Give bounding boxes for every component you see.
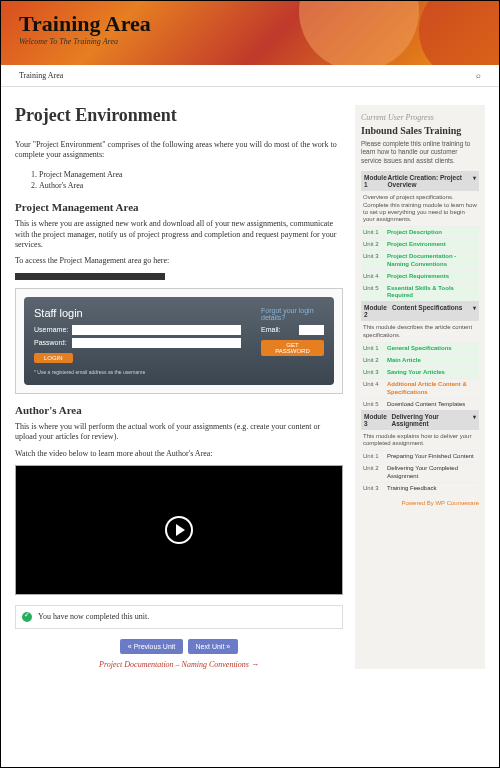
prev-unit-button[interactable]: « Previous Unit xyxy=(120,639,183,654)
module-header[interactable]: Module 3Delivering Your Assignment xyxy=(361,410,479,430)
module-header[interactable]: Module 2Content Specifications xyxy=(361,301,479,321)
unit-row[interactable]: Unit 3Saving Your Articles xyxy=(361,366,479,378)
video-player[interactable] xyxy=(15,465,343,595)
areas-list: Project Management Area Author's Area xyxy=(39,169,343,191)
main-content: Project Environment Your "Project Enviro… xyxy=(15,105,343,669)
module-desc: Overview of project specifications. Comp… xyxy=(361,191,479,226)
sidebar: Current User Progress Inbound Sales Trai… xyxy=(355,105,485,669)
unit-row[interactable]: Unit 2Project Environment xyxy=(361,238,479,250)
search-icon[interactable]: ⌕ xyxy=(476,71,481,80)
recover-button[interactable]: GET PASSWORD xyxy=(261,340,324,356)
redacted-url xyxy=(15,273,165,280)
unit-row[interactable]: Unit 1Preparing Your Finished Content xyxy=(361,450,479,462)
list-item: Author's Area xyxy=(39,180,343,191)
password-label: Password: xyxy=(34,339,72,346)
course-desc: Please complete this online training to … xyxy=(361,140,479,165)
aa-watch: Watch the video below to learn more abou… xyxy=(15,449,343,459)
site-title: Training Area xyxy=(19,11,481,37)
login-title: Staff login xyxy=(34,307,241,319)
aa-text: This is where you will perform the actua… xyxy=(15,422,343,443)
nav-bar: Training Area ⌕ xyxy=(1,65,499,87)
unit-row[interactable]: Unit 2Delivering Your Completed Assignme… xyxy=(361,462,479,481)
unit-row[interactable]: Unit 5Download Content Templates xyxy=(361,398,479,410)
next-unit-button[interactable]: Next Unit » xyxy=(188,639,239,654)
powered-by: Powered By WP Courseware xyxy=(361,500,479,506)
powered-brand[interactable]: WP Courseware xyxy=(435,500,479,506)
email-input[interactable] xyxy=(299,325,324,335)
module-header[interactable]: Module 1Article Creation: Project Overvi… xyxy=(361,171,479,191)
login-button[interactable]: LOGIN xyxy=(34,353,73,363)
pma-heading: Project Management Area xyxy=(15,201,343,213)
completion-text: You have now completed this unit. xyxy=(38,612,149,621)
pma-text: This is where you are assigned new work … xyxy=(15,219,343,250)
module-desc: This module describes the article conten… xyxy=(361,321,479,341)
unit-row[interactable]: Unit 3Training Feedback xyxy=(361,482,479,494)
module-desc: This module explains how to deliver your… xyxy=(361,430,479,450)
unit-row[interactable]: Unit 2Main Article xyxy=(361,354,479,366)
unit-row[interactable]: Unit 1General Specifications xyxy=(361,342,479,354)
unit-row[interactable]: Unit 4Project Requirements xyxy=(361,270,479,282)
unit-row[interactable]: Unit 1Project Description xyxy=(361,226,479,238)
unit-row[interactable]: Unit 4Additional Article Content & Speci… xyxy=(361,378,479,397)
staff-login-widget: Staff login Username: Password: LOGIN * … xyxy=(15,288,343,394)
pma-access: To access the Project Management area go… xyxy=(15,256,343,266)
email-label: Email: xyxy=(261,326,299,333)
unit-row[interactable]: Unit 5Essential Skills & Tools Required xyxy=(361,282,479,301)
site-header: Training Area Welcome To The Training Ar… xyxy=(1,1,499,65)
unit-row[interactable]: Unit 3Project Documentation - Naming Con… xyxy=(361,250,479,269)
page-title: Project Environment xyxy=(15,105,343,126)
login-fineprint: * Use a registered email address as the … xyxy=(34,369,241,375)
progress-label: Current User Progress xyxy=(361,113,479,122)
check-icon xyxy=(22,612,32,622)
breadcrumb[interactable]: Training Area xyxy=(19,71,63,80)
list-item: Project Management Area xyxy=(39,169,343,180)
username-label: Username: xyxy=(34,326,72,333)
next-link[interactable]: Project Documentation – Naming Conventio… xyxy=(15,660,343,669)
course-title: Inbound Sales Training xyxy=(361,125,479,136)
forgot-title[interactable]: Forgot your login details? xyxy=(261,307,324,321)
password-input[interactable] xyxy=(72,338,241,348)
play-icon[interactable] xyxy=(165,516,193,544)
intro-text: Your "Project Environment" comprises of … xyxy=(15,140,343,161)
aa-heading: Author's Area xyxy=(15,404,343,416)
completion-notice: You have now completed this unit. xyxy=(15,605,343,629)
username-input[interactable] xyxy=(72,325,241,335)
site-subtitle: Welcome To The Training Area xyxy=(19,37,481,46)
